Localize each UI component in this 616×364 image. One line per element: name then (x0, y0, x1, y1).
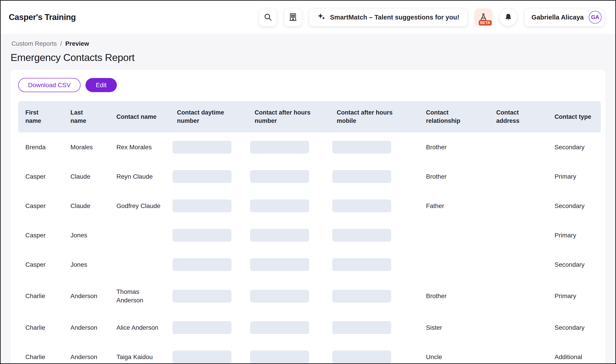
search-button[interactable] (259, 8, 277, 26)
labs-button[interactable]: BETA (475, 9, 492, 26)
cell-contact-type: Primary (547, 279, 601, 313)
masked-after-hours-field (250, 141, 309, 154)
cell-contact-after-hours-number (247, 342, 330, 364)
masked-daytime-field (173, 141, 231, 154)
masked-after-hours-field (250, 199, 309, 212)
table-row: Brenda Morales Rex Morales Brother Secon… (18, 132, 601, 162)
cell-first-name: Brenda (18, 132, 63, 162)
table-row: Casper Claude Reyn Claude Brother Primar… (18, 162, 601, 191)
app-window: Casper's Training (0, 0, 616, 364)
table-row: Casper Jones Primary (18, 221, 601, 250)
cell-first-name: Casper (18, 162, 63, 191)
column-header-contact-after-hours-number: Contact after hours number (247, 101, 330, 132)
cell-last-name: Anderson (63, 313, 109, 342)
breadcrumb-separator: / (60, 40, 62, 47)
cell-contact-name: Taiga Kaidou (109, 342, 170, 364)
cell-contact-daytime-number (170, 342, 247, 364)
masked-mobile-field (332, 290, 391, 303)
column-header-contact-daytime-number: Contact daytime number (170, 101, 247, 132)
edit-button[interactable]: Edit (85, 78, 117, 92)
breadcrumb-custom-reports[interactable]: Custom Reports (12, 40, 57, 47)
masked-daytime-field (173, 258, 231, 271)
user-menu[interactable]: Gabriella Alicaya GA (524, 8, 604, 26)
cell-contact-type: Secondary (547, 191, 601, 221)
smartmatch-label: SmartMatch – Talent suggestions for you! (330, 14, 459, 21)
cell-contact-relationship: Father (419, 191, 489, 221)
cell-contact-name: Reyn Claude (109, 162, 170, 191)
cell-first-name: Charlie (18, 279, 63, 313)
masked-mobile-field (332, 351, 391, 363)
cell-contact-address (489, 191, 547, 221)
table-row: Charlie Anderson Taiga Kaidou Uncle Addi… (18, 342, 601, 364)
cell-contact-after-hours-number (247, 279, 330, 313)
column-header-first-name: First name (18, 101, 63, 132)
organisation-button[interactable] (284, 8, 302, 26)
cell-first-name: Casper (18, 250, 63, 279)
masked-daytime-field (173, 170, 231, 183)
download-csv-button[interactable]: Download CSV (18, 78, 80, 92)
cell-contact-daytime-number (170, 132, 247, 162)
cell-contact-after-hours-number (247, 313, 330, 342)
top-bar: Casper's Training (1, 1, 615, 34)
masked-after-hours-field (250, 229, 309, 242)
masked-mobile-field (332, 321, 391, 334)
cell-contact-address (489, 250, 547, 279)
cell-contact-relationship: Uncle (419, 342, 489, 364)
masked-mobile-field (332, 141, 391, 154)
report-table: First name Last name Contact name Contac… (18, 101, 601, 364)
cell-contact-type: Primary (547, 162, 601, 191)
masked-daytime-field (173, 229, 231, 242)
cell-contact-after-hours-number (247, 132, 330, 162)
column-header-contact-type: Contact type (547, 101, 601, 132)
search-icon (264, 13, 272, 22)
app-title: Casper's Training (9, 13, 76, 22)
cell-contact-after-hours-number (247, 221, 330, 250)
table-row: Casper Jones Secondary (18, 250, 601, 279)
masked-daytime-field (173, 199, 231, 212)
cell-contact-address (489, 221, 547, 250)
cell-contact-address (489, 313, 547, 342)
cell-contact-after-hours-mobile (330, 132, 419, 162)
table-row: Casper Claude Godfrey Claude Father Seco… (18, 191, 601, 221)
cell-contact-name: Godfrey Claude (109, 191, 170, 221)
cell-last-name: Claude (63, 191, 109, 221)
cell-first-name: Charlie (18, 313, 63, 342)
masked-daytime-field (173, 321, 231, 334)
masked-mobile-field (332, 170, 391, 183)
cell-last-name: Anderson (63, 342, 109, 364)
column-header-contact-address: Contact address (489, 101, 547, 132)
cell-contact-name: Rex Morales (109, 132, 170, 162)
avatar: GA (589, 11, 602, 24)
column-header-last-name: Last name (63, 101, 109, 132)
table-row: Charlie Anderson Alice Anderson Sister S… (18, 313, 601, 342)
smartmatch-button[interactable]: SmartMatch – Talent suggestions for you! (309, 8, 468, 26)
cell-contact-type: Additional (547, 342, 601, 364)
column-header-contact-name: Contact name (109, 101, 170, 132)
masked-after-hours-field (250, 351, 309, 363)
cell-contact-type: Primary (547, 221, 601, 250)
cell-contact-type: Secondary (547, 132, 601, 162)
user-name: Gabriella Alicaya (531, 14, 584, 21)
cell-contact-address (489, 279, 547, 313)
cell-contact-relationship: Brother (419, 279, 489, 313)
header-actions: SmartMatch – Talent suggestions for you!… (259, 8, 604, 26)
cell-contact-name: Thomas Anderson (109, 279, 170, 313)
cell-contact-address (489, 132, 547, 162)
cell-contact-after-hours-mobile (330, 313, 419, 342)
cell-contact-after-hours-mobile (330, 221, 419, 250)
cell-contact-type: Secondary (547, 250, 601, 279)
masked-after-hours-field (250, 290, 309, 303)
cell-last-name: Morales (63, 132, 109, 162)
building-icon (288, 13, 297, 22)
masked-mobile-field (332, 199, 391, 212)
cell-contact-after-hours-number (247, 191, 330, 221)
breadcrumb: Custom Reports / Preview (12, 40, 615, 47)
bell-icon (504, 13, 512, 22)
column-header-contact-after-hours-mobile: Contact after hours mobile (330, 101, 419, 132)
beta-badge: BETA (479, 20, 492, 26)
masked-mobile-field (332, 258, 391, 271)
cell-contact-daytime-number (170, 313, 247, 342)
cell-contact-after-hours-mobile (330, 342, 419, 364)
cell-contact-address (489, 342, 547, 364)
notifications-button[interactable] (499, 8, 517, 26)
